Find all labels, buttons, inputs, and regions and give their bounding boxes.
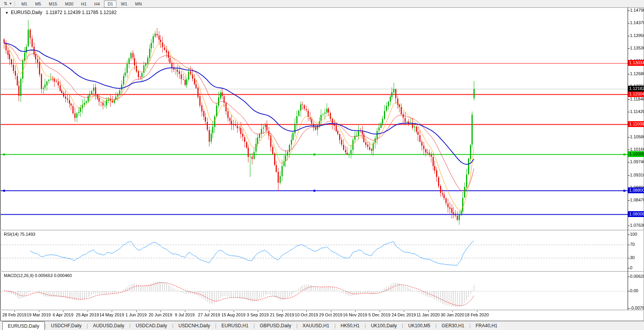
current-price-label: 1.12182 — [628, 86, 644, 92]
price-axis-tick: 1.08470 — [630, 198, 644, 203]
date-label: 21 Sep 2019 — [270, 312, 294, 317]
chart-tab-gbpusd-daily[interactable]: GBPUSD,Daily — [255, 321, 296, 330]
mt4-window: { "toolbar": { "shift_icon": "chart-shif… — [0, 0, 644, 330]
timeframe-button-w1[interactable]: W1 — [117, 0, 131, 7]
hline-price-label[interactable]: 1.12004 — [628, 91, 644, 97]
rsi-axis-tick: 100 — [630, 232, 637, 237]
date-label: 27 Jul 2019 — [198, 312, 220, 317]
chart-tab-xauusd-h1[interactable]: XAUUSD,H1 — [297, 321, 334, 330]
price-axis-tick: 1.07630 — [630, 223, 644, 228]
date-label: 5 Dec 2019 — [368, 312, 390, 317]
chart-tab-audusd-daily[interactable]: AUDUSD,Daily — [88, 321, 130, 330]
date-label: 16 Nov 2019 — [343, 312, 367, 317]
date-label: 11 Jan 2020 — [417, 312, 440, 317]
price-axis-tick: 1.14790 — [630, 8, 644, 13]
date-label: 25 Apr 2019 — [76, 312, 99, 317]
toolbar-dropdown-caret-icon[interactable]: ▼ — [9, 2, 12, 5]
chart-tab-fra40-h1[interactable]: FRA40,H1 — [470, 321, 502, 330]
date-label: 20 Jun 2019 — [149, 312, 172, 317]
timeframe-button-m15[interactable]: M15 — [45, 0, 60, 7]
date-label: 15 Aug 2019 — [222, 312, 246, 317]
timeframe-button-m5[interactable]: M5 — [32, 0, 44, 7]
date-label: 3 Sep 2019 — [247, 312, 269, 317]
date-label: 28 Feb 2019 — [2, 312, 26, 317]
price-axis-tick: 1.09740 — [630, 159, 644, 164]
price-axis-tick: 1.10580 — [630, 134, 644, 139]
hline-price-label[interactable]: 1.11009 — [628, 121, 644, 127]
price-axis-tick: 1.14370 — [630, 20, 644, 25]
timeframe-button-m30[interactable]: M30 — [62, 0, 77, 7]
chart-tab-ger30-h1[interactable]: GER30,H1 — [436, 321, 469, 330]
timeframe-button-h1[interactable]: H1 — [77, 0, 90, 7]
date-label: 14 May 2019 — [99, 312, 124, 317]
hline-price-label[interactable]: 1.08800 — [628, 187, 644, 193]
date-label: 30 Jan 2020 — [441, 312, 465, 317]
chart-tabbar: EURUSD,Daily|USDCHF,Daily|AUDUSD,Daily|U… — [0, 321, 644, 330]
macd-label: MACD(12,26,9) 0.005653 0.000460 — [4, 273, 72, 278]
hline-price-label[interactable]: 1.13034 — [628, 60, 644, 66]
price-axis-tick: 1.11420 — [630, 109, 644, 114]
chart-tab-usdchf-daily[interactable]: USDCHF,Daily — [46, 321, 87, 330]
rsi-label: RSI(14) 75.1493 — [4, 232, 35, 236]
timeframe-toolbar: ⇅ ▼ M1M5M15M30H1H4D1W1MN — [0, 0, 644, 7]
chart-tab-usdcad-daily[interactable]: USDCAD,Daily — [130, 321, 172, 330]
date-label: 10 Oct 2019 — [295, 312, 318, 317]
timeframe-button-mn[interactable]: MN — [132, 0, 145, 7]
date-label: 6 Apr 2019 — [53, 312, 73, 317]
rsi-axis-tick: 30 — [630, 255, 635, 260]
chart-tab-uk100-daily[interactable]: UK100,Daily — [366, 321, 402, 330]
chart-canvas[interactable] — [0, 0, 644, 330]
chart-title-ohlc: 1.11872 1.12439 1.11785 1.12182 — [46, 10, 117, 15]
timeframe-button-h4[interactable]: H4 — [91, 0, 103, 7]
chart-tab-eurusd-daily[interactable]: EURUSD,Daily — [2, 321, 45, 330]
price-axis-tick: 1.12680 — [630, 71, 644, 76]
timeframe-button-d1[interactable]: D1 — [104, 0, 116, 7]
macd-axis-tick: 0.00 — [630, 288, 638, 293]
rsi-axis-tick: 0 — [630, 265, 632, 270]
date-label: 19 Mar 2019 — [27, 312, 51, 317]
price-axis-tick: 1.13950 — [630, 33, 644, 38]
collapse-triangle-icon[interactable]: ▼ — [5, 11, 9, 15]
date-label: 18 Feb 2020 — [465, 312, 489, 317]
hline-price-label[interactable]: 1.10008 — [628, 151, 644, 157]
chart-tab-eurusd-h1[interactable]: EURUSD,H1 — [216, 321, 253, 330]
timeframe-button-m1[interactable]: M1 — [18, 0, 31, 7]
date-label: 1 Jun 2019 — [125, 312, 146, 317]
price-axis-tick: 1.11840 — [630, 97, 644, 102]
chart-tab-uk100-m5[interactable]: UK100,M5 — [403, 321, 435, 330]
date-label: 9 Jul 2019 — [175, 312, 195, 317]
macd-axis-tick: 0.006287 — [630, 274, 644, 279]
price-axis-tick: 1.09310 — [630, 173, 644, 178]
hline-price-label[interactable]: 1.08008 — [628, 211, 644, 217]
chart-title: ▼EURUSD,Daily1.11872 1.12439 1.11785 1.1… — [5, 10, 116, 15]
chart-title-symbol: EURUSD,Daily — [11, 10, 42, 15]
rsi-axis-tick: 70 — [630, 242, 635, 247]
price-axis-tick: 1.13530 — [630, 46, 644, 51]
chart-tab-usdcnh-daily[interactable]: USDCNH,Daily — [173, 321, 215, 330]
chart-tab-hk50-h1[interactable]: HK50,H1 — [336, 321, 365, 330]
macd-axis-tick: -0.007658 — [630, 305, 644, 311]
date-label: 24 Dec 2019 — [392, 312, 416, 317]
date-label: 29 Oct 2019 — [319, 312, 343, 317]
chart-shift-icon[interactable]: ⇅ — [2, 1, 9, 6]
timeframe-buttons: M1M5M15M30H1H4D1W1MN — [18, 0, 146, 7]
toolbar-grip — [14, 1, 15, 6]
